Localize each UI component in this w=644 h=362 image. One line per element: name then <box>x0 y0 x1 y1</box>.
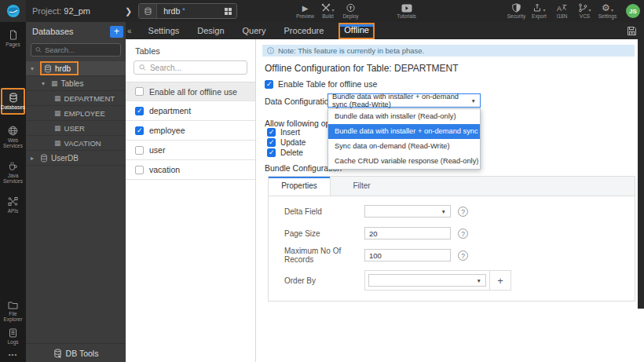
employee-checkbox[interactable] <box>135 126 144 135</box>
save-floppy-icon <box>627 26 637 36</box>
enable-all-checkbox[interactable] <box>135 87 144 96</box>
page-size-label: Page Size <box>284 229 364 238</box>
sidebar-item-apis[interactable]: APIs <box>1 193 25 217</box>
operation-insert-row[interactable]: Insert <box>267 128 300 137</box>
deploy-button[interactable]: Deploy <box>339 0 362 22</box>
max-records-input[interactable] <box>364 249 451 261</box>
department-checkbox[interactable] <box>135 107 144 115</box>
export-button[interactable]: ▾ Export <box>528 0 551 22</box>
preview-label: Preview <box>296 13 314 19</box>
caret-right-icon[interactable]: ▸ <box>31 155 37 162</box>
page-size-input[interactable] <box>364 227 451 240</box>
tables-search-input[interactable] <box>150 64 242 72</box>
dropdown-option-bundle-ondemand[interactable]: Bundle data with installer + on-demand s… <box>328 124 480 139</box>
operation-update-row[interactable]: Update <box>267 138 306 147</box>
dropdown-option-cache-crud[interactable]: Cache CRUD variable response (Read-only) <box>328 154 480 169</box>
search-icon <box>139 64 146 71</box>
tree-node-department-label: DEPARTMENT <box>64 94 115 103</box>
tree-node-employee[interactable]: ▦ EMPLOYEE <box>26 106 126 121</box>
security-label: Security <box>507 13 525 19</box>
table-row-employee[interactable]: employee <box>126 121 255 141</box>
add-database-button[interactable]: + <box>110 26 123 38</box>
tree-node-userdb[interactable]: ▸ UserDB <box>26 151 126 166</box>
add-order-by-button[interactable]: + <box>489 271 510 290</box>
unsaved-indicator: * <box>182 6 185 14</box>
tree-node-hrdb-label: hrdb <box>55 64 71 73</box>
sidebar-item-file-explorer[interactable]: File Explorer <box>1 298 25 325</box>
play-icon: ▶ <box>302 4 309 13</box>
data-configuration-select[interactable]: Bundle data with installer + on-demand s… <box>327 93 481 108</box>
api-icon <box>8 196 18 207</box>
database-search[interactable] <box>31 43 121 57</box>
sidebar-item-pages[interactable]: Pages <box>1 27 25 50</box>
table-row-vacation[interactable]: vacation <box>126 160 255 180</box>
build-button[interactable]: ▾ Build <box>317 0 339 22</box>
user-checkbox[interactable] <box>135 146 144 155</box>
tree-node-department[interactable]: ▦ DEPARTMENT <box>26 91 126 106</box>
tab-offline[interactable]: Offline <box>338 23 375 39</box>
page-icon <box>9 30 18 40</box>
deploy-cloud-icon <box>346 3 356 13</box>
tree-node-vacation[interactable]: ▦ VACATION <box>26 136 126 151</box>
table-icon: ▦ <box>54 109 61 117</box>
order-by-select[interactable]: ▼ <box>368 274 486 287</box>
operation-delete-row[interactable]: Delete <box>267 148 303 157</box>
tab-settings[interactable]: Settings <box>144 22 185 39</box>
settings-label: Settings <box>598 13 617 19</box>
security-button[interactable]: Security <box>505 0 528 22</box>
caret-down-icon[interactable]: ▾ <box>31 65 37 72</box>
preview-button[interactable]: ▶ Preview <box>294 0 317 22</box>
right-edge-panel <box>638 22 644 309</box>
more-options-icon[interactable]: ••• <box>9 348 17 362</box>
insert-checkbox[interactable] <box>267 128 276 137</box>
tab-procedure[interactable]: Procedure <box>280 22 329 39</box>
settings-button[interactable]: ⚙ ▾ Settings <box>596 0 619 22</box>
user-avatar[interactable]: JS <box>626 4 640 18</box>
sidebar-item-logs[interactable]: Logs <box>1 325 25 348</box>
tab-design[interactable]: Design <box>192 22 229 39</box>
databases-label: Databases <box>1 104 25 110</box>
vacation-checkbox[interactable] <box>135 166 144 174</box>
table-row-user[interactable]: user <box>126 141 255 160</box>
dropdown-option-bundle-readonly[interactable]: Bundle data with installer (Read-only) <box>328 109 480 124</box>
help-icon[interactable]: ? <box>458 250 468 261</box>
sidebar-item-java-services[interactable]: Java Services <box>1 158 25 187</box>
delta-field-select[interactable]: ▼ <box>364 205 451 218</box>
breadcrumb-db-selector[interactable]: hrdb * <box>138 3 237 19</box>
i18n-label: I18N <box>557 13 568 19</box>
project-prefix: Project: <box>32 6 61 16</box>
enable-all-row[interactable]: Enable all for offline use <box>126 82 255 101</box>
tab-properties[interactable]: Properties <box>269 177 331 196</box>
tutorials-button[interactable]: Tutorials <box>395 0 418 22</box>
sidebar-item-databases[interactable]: Databases <box>1 88 25 115</box>
tables-search[interactable] <box>134 60 247 75</box>
max-records-row: Maximum No Of Records ? <box>284 248 635 262</box>
help-icon[interactable]: ? <box>458 207 468 217</box>
enable-table-row[interactable]: Enable Table for offline use <box>265 79 377 89</box>
web-services-label: Web Services <box>1 137 25 148</box>
enable-table-checkbox[interactable] <box>265 80 273 89</box>
beta-note-text: Note: This feature is currently in beta … <box>278 46 424 55</box>
db-tools-button[interactable]: DB Tools <box>26 343 126 362</box>
collapse-panel-icon[interactable]: « <box>126 27 135 35</box>
table-row-department[interactable]: department <box>126 101 255 121</box>
sidebar-item-web-services[interactable]: Web Services <box>1 122 25 152</box>
dropdown-option-sync-ondemand[interactable]: Sync data on-demand (Read-Write) <box>328 139 480 154</box>
database-search-input[interactable] <box>45 46 116 54</box>
help-icon[interactable]: ? <box>458 229 468 239</box>
tree-node-tables[interactable]: ▾ ▦ Tables <box>26 76 126 91</box>
update-checkbox[interactable] <box>267 138 276 147</box>
vacation-label: vacation <box>149 165 180 174</box>
app-logo[interactable] <box>0 0 26 22</box>
save-button[interactable] <box>627 26 637 36</box>
delete-checkbox[interactable] <box>267 148 276 157</box>
i18n-button[interactable]: A I18N <box>551 0 573 22</box>
tab-query[interactable]: Query <box>238 22 271 39</box>
vcs-button[interactable]: ▾ VCS <box>573 0 596 22</box>
tab-filter[interactable]: Filter <box>331 177 393 196</box>
tree-node-hrdb[interactable]: ▾ hrdb <box>26 61 126 76</box>
caret-down-icon[interactable]: ▾ <box>42 80 48 87</box>
data-configuration-value: Bundle data with installer + on-demand s… <box>332 93 471 108</box>
tree-node-user[interactable]: ▦ USER <box>26 121 126 136</box>
service-grid-icon[interactable] <box>225 8 232 15</box>
